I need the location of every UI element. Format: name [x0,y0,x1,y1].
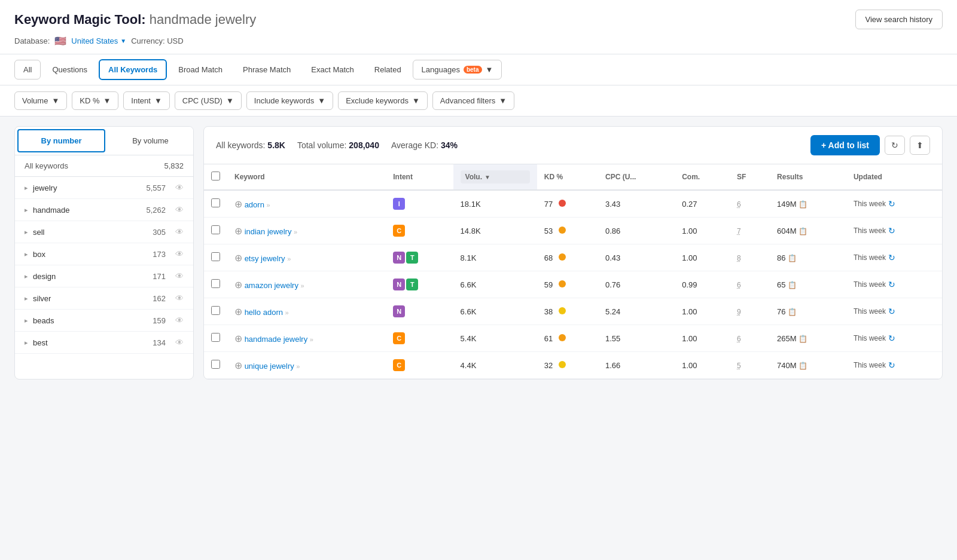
kd-cell: 59 [537,271,598,298]
title-keyword: handmade jewelry [150,12,257,27]
refresh-button[interactable]: ↻ [885,136,905,155]
keyword-cell: ⊕ indian jewelry » [227,218,386,244]
keyword-link[interactable]: hello adorn [245,308,283,317]
filter-kd[interactable]: KD % ▼ [72,91,118,110]
updated-cell: This week ↻ [846,244,942,271]
col-com: Com. [675,164,730,190]
row-checkbox[interactable] [211,252,220,261]
select-all-checkbox[interactable] [211,172,220,180]
keyword-link[interactable]: amazon jewelry [245,281,298,290]
row-checkbox[interactable] [211,333,220,342]
row-checkbox-cell [204,352,227,379]
eye-icon[interactable]: 👁 [175,183,184,192]
keyword-link[interactable]: handmade jewelry [245,335,308,344]
intent-badge: C [393,225,405,237]
add-keyword-icon[interactable]: ⊕ [234,333,242,344]
refresh-row-icon[interactable]: ↻ [888,226,895,235]
tab-all-keywords[interactable]: All Keywords [99,59,167,80]
sidebar-item[interactable]: ▸ jewelry 5,557 👁 [15,177,193,199]
row-checkbox[interactable] [211,198,220,207]
sf-value: 6 [737,200,741,209]
tab-phrase-match[interactable]: Phrase Match [234,60,300,79]
results-icon: 📋 [798,362,807,370]
keyword-link[interactable]: adorn [245,200,264,209]
page-title: Keyword Magic Tool: handmade jewelry [14,12,256,27]
sidebar-item[interactable]: ▸ handmade 5,262 👁 [15,199,193,221]
volume-cell: 8.1K [453,244,537,271]
refresh-row-icon[interactable]: ↻ [888,280,895,289]
filter-advanced[interactable]: Advanced filters ▼ [432,91,514,110]
tab-exact-match[interactable]: Exact Match [302,60,363,79]
database-link[interactable]: United States ▼ [71,36,126,45]
filter-cpc[interactable]: CPC (USD) ▼ [175,91,242,110]
tab-all[interactable]: All [14,60,41,79]
sidebar: By number By volume All keywords 5,832 ▸… [14,126,194,380]
export-button[interactable]: ⬆ [910,136,930,155]
updated-content: This week ↻ [854,333,935,343]
keyword-link[interactable]: unique jewelry [245,362,294,371]
row-checkbox[interactable] [211,306,220,315]
beta-badge: beta [464,66,482,74]
sidebar-tab-by-volume[interactable]: By volume [108,127,193,155]
expand-icon: ▸ [25,317,28,325]
results-icon: 📋 [798,335,807,343]
row-checkbox[interactable] [211,225,220,234]
add-keyword-icon[interactable]: ⊕ [234,360,242,371]
tabs-bar: All Questions All Keywords Broad Match P… [0,54,957,85]
row-checkbox[interactable] [211,360,220,369]
chevron-down-icon: ▼ [226,96,234,105]
add-keyword-icon[interactable]: ⊕ [234,307,242,317]
tab-related[interactable]: Related [365,60,410,79]
keyword-cell: ⊕ unique jewelry » [227,352,386,379]
sidebar-tab-by-number[interactable]: By number [17,129,105,152]
view-history-button[interactable]: View search history [855,10,943,29]
sidebar-item[interactable]: ▸ beads 159 👁 [15,310,193,332]
tab-languages[interactable]: Languages beta ▼ [413,60,502,79]
row-checkbox[interactable] [211,279,220,288]
col-volume[interactable]: Volu. ▼ [453,164,537,190]
sidebar-item[interactable]: ▸ best 134 👁 [15,332,193,354]
kd-dot [559,280,566,287]
eye-icon[interactable]: 👁 [175,227,184,237]
refresh-row-icon[interactable]: ↻ [888,333,895,343]
add-to-list-button[interactable]: + Add to list [810,135,880,155]
sidebar-item-count: 162 [153,294,166,303]
filter-intent[interactable]: Intent ▼ [123,91,169,110]
eye-icon[interactable]: 👁 [175,271,184,281]
intent-cell: C [386,352,453,379]
keyword-link[interactable]: etsy jewelry [245,254,285,263]
add-keyword-icon[interactable]: ⊕ [234,253,242,263]
table-row: ⊕ indian jewelry » C 14.8K 53 0.86 1.00 … [204,218,942,244]
filter-include-keywords[interactable]: Include keywords ▼ [246,91,333,110]
updated-cell: This week ↻ [846,271,942,298]
kd-cell: 38 [537,298,598,325]
sidebar-item-label: best [33,338,148,347]
avg-kd-value: 34% [441,140,458,150]
updated-content: This week ↻ [854,253,935,262]
eye-icon[interactable]: 👁 [175,293,184,303]
sidebar-item[interactable]: ▸ silver 162 👁 [15,287,193,310]
keyword-link[interactable]: indian jewelry [245,227,292,236]
refresh-row-icon[interactable]: ↻ [888,253,895,262]
sidebar-item[interactable]: ▸ design 171 👁 [15,265,193,287]
tab-broad-match[interactable]: Broad Match [169,60,231,79]
eye-icon[interactable]: 👁 [175,338,184,347]
cpc-cell: 5.24 [598,298,675,325]
filter-exclude-keywords[interactable]: Exclude keywords ▼ [338,91,428,110]
refresh-row-icon[interactable]: ↻ [888,199,895,209]
eye-icon[interactable]: 👁 [175,316,184,325]
eye-icon[interactable]: 👁 [175,249,184,259]
add-keyword-icon[interactable]: ⊕ [234,280,242,290]
add-keyword-icon[interactable]: ⊕ [234,226,242,236]
sf-cell: 7 [730,218,770,244]
com-cell: 1.00 [675,244,730,271]
sidebar-item[interactable]: ▸ sell 305 👁 [15,221,193,243]
refresh-row-icon[interactable]: ↻ [888,360,895,370]
volume-cell: 5.4K [453,325,537,352]
refresh-row-icon[interactable]: ↻ [888,307,895,316]
eye-icon[interactable]: 👁 [175,205,184,215]
sidebar-item[interactable]: ▸ box 173 👁 [15,243,193,265]
add-keyword-icon[interactable]: ⊕ [234,199,242,209]
filter-volume[interactable]: Volume ▼ [14,91,67,110]
tab-questions[interactable]: Questions [43,60,96,79]
